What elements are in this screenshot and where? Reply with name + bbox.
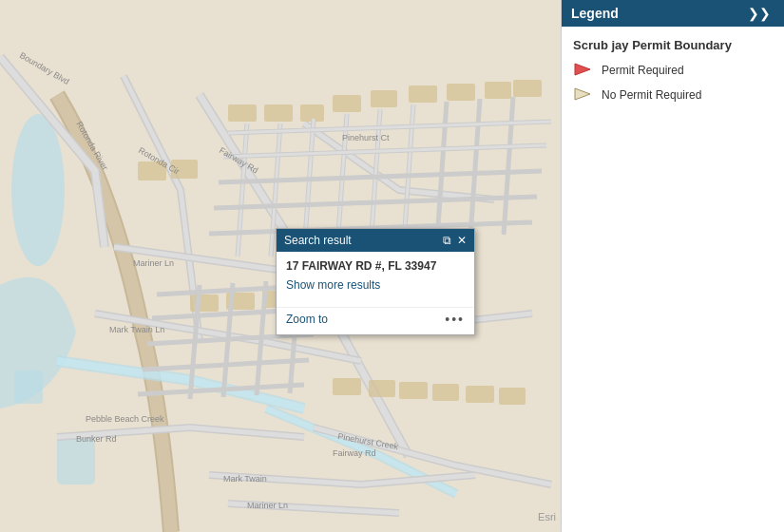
svg-rect-2 (57, 437, 95, 484)
zoom-to-link[interactable]: Zoom to (286, 313, 328, 326)
svg-rect-12 (513, 80, 542, 97)
legend-header: Legend ❯❯ (562, 0, 784, 27)
popup-header-icons: ⧉ ✕ (443, 235, 467, 246)
svg-text:Mark Twain Ln: Mark Twain Ln (109, 325, 164, 334)
legend-section-title: Scrub jay Permit Boundary (573, 38, 773, 52)
svg-rect-45 (466, 386, 494, 403)
search-popup-body: 17 FAIRWAY RD #, FL 33947 Show more resu… (277, 252, 474, 307)
svg-marker-72 (575, 64, 590, 75)
map-container: Boundary Blvd Rotonda River Rotonda Cir … (0, 0, 784, 532)
popup-minimize-button[interactable]: ⧉ (443, 235, 451, 246)
legend-body: Scrub jay Permit Boundary Permit Require… (562, 27, 784, 123)
search-popup-footer: Zoom to ••• (277, 307, 474, 334)
search-popup: Search result ⧉ ✕ 17 FAIRWAY RD #, FL 33… (276, 228, 475, 335)
legend-icon-no-permit-required (573, 86, 594, 104)
svg-text:Mariner Ln: Mariner Ln (247, 501, 288, 510)
legend-header-title: Legend (571, 6, 619, 21)
legend-label-no-permit-required: No Permit Required (602, 88, 701, 102)
svg-rect-9 (409, 86, 437, 103)
svg-rect-11 (485, 82, 511, 99)
svg-rect-4 (228, 104, 257, 122)
show-more-link[interactable]: Show more results (286, 278, 465, 292)
legend-icon-permit-required (573, 62, 594, 79)
svg-text:Mark Twain: Mark Twain (223, 474, 267, 484)
svg-text:Pinehurst Ct: Pinehurst Ct (342, 133, 390, 142)
svg-text:Mariner Ln: Mariner Ln (133, 258, 174, 268)
svg-rect-46 (499, 388, 526, 405)
popup-more-options[interactable]: ••• (445, 312, 465, 327)
legend-panel: Legend ❯❯ Scrub jay Permit Boundary Perm… (561, 0, 784, 532)
popup-close-button[interactable]: ✕ (457, 235, 467, 246)
svg-rect-37 (190, 294, 219, 312)
legend-collapse-button[interactable]: ❯❯ (744, 6, 774, 21)
svg-text:Fairway Rd: Fairway Rd (333, 448, 376, 458)
svg-rect-42 (369, 380, 395, 397)
esri-watermark: Esri (538, 511, 556, 522)
svg-rect-8 (371, 90, 397, 107)
svg-marker-73 (575, 88, 590, 100)
svg-rect-7 (333, 95, 361, 112)
svg-rect-10 (447, 84, 475, 101)
search-popup-header: Search result ⧉ ✕ (277, 229, 474, 252)
svg-rect-44 (432, 384, 459, 401)
svg-rect-41 (333, 378, 361, 395)
legend-label-permit-required: Permit Required (602, 64, 684, 77)
svg-text:Pebble Beach Creek: Pebble Beach Creek (86, 414, 164, 424)
search-popup-title: Search result (284, 234, 352, 247)
legend-item-no-permit-required: No Permit Required (573, 86, 773, 104)
svg-rect-5 (264, 104, 293, 122)
svg-point-1 (11, 114, 65, 266)
svg-rect-3 (14, 370, 43, 404)
search-result-address: 17 FAIRWAY RD #, FL 33947 (286, 259, 465, 273)
svg-text:Bunker Rd: Bunker Rd (76, 434, 117, 444)
svg-rect-43 (399, 382, 428, 399)
legend-item-permit-required: Permit Required (573, 62, 773, 79)
